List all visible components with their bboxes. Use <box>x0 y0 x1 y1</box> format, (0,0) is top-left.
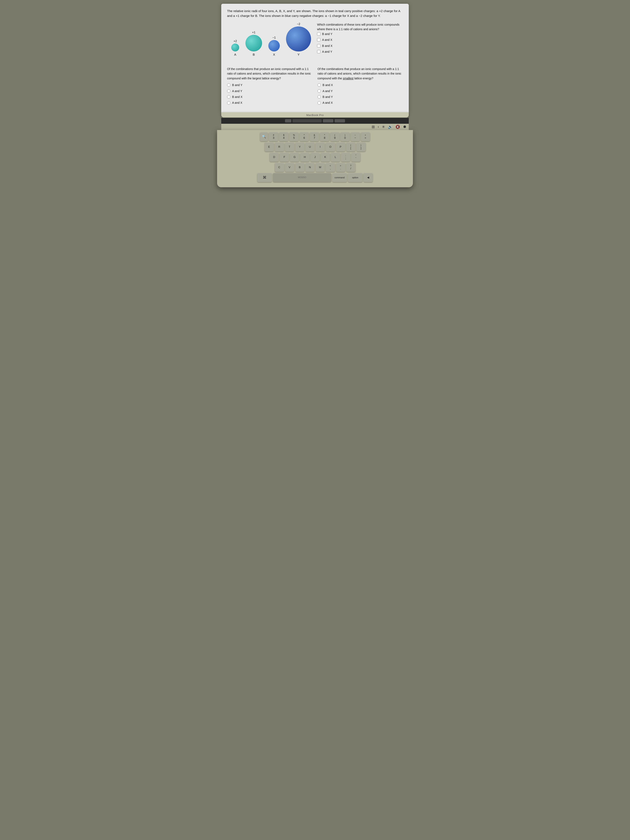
key-E[interactable]: E <box>265 142 274 152</box>
q3-option-2-label: A and Y <box>322 89 333 93</box>
key-equals[interactable]: + = <box>361 132 370 141</box>
key-U[interactable]: U <box>305 142 314 152</box>
q3-radio-2[interactable] <box>317 89 321 93</box>
touch-bar-pill-1 <box>323 119 333 123</box>
key-B[interactable]: B <box>295 163 305 172</box>
key-arrow[interactable]: ◀ <box>363 173 373 182</box>
brightness-icon[interactable]: ✳ <box>382 125 385 129</box>
intro-paragraph: The relative ionic radii of four ions, A… <box>227 9 403 18</box>
screen-icon[interactable]: ⊞ <box>372 125 375 129</box>
q3-radio-3[interactable] <box>317 95 321 98</box>
key-J[interactable]: J <box>310 153 320 162</box>
macbook-label-bar: MacBook Pro <box>221 112 409 117</box>
q1-option-1[interactable]: B and Y <box>317 32 403 36</box>
q1-checkbox-4[interactable] <box>317 50 321 53</box>
q2-radio-2[interactable] <box>227 89 231 93</box>
key-H[interactable]: H <box>300 153 309 162</box>
key-command-symbol[interactable]: ⌘ <box>257 173 272 182</box>
ion-diagram: +2 A +1 B −1 X −2 Y <box>227 22 313 63</box>
q2-option-1[interactable]: B and Y <box>227 83 313 87</box>
key-4[interactable]: $ 4 <box>279 132 288 141</box>
q3-option-3[interactable]: B and Y <box>317 95 403 99</box>
question-2-block: Of the combinations that produce an ioni… <box>227 67 313 106</box>
q1-option-3[interactable]: B and X <box>317 44 403 48</box>
ion-X-charge: −1 <box>273 36 276 39</box>
key-K[interactable]: K <box>321 153 330 162</box>
key-7[interactable]: & 7 <box>310 132 319 141</box>
q1-checkbox-1[interactable] <box>317 32 321 36</box>
ion-X: −1 X <box>268 36 280 56</box>
q3-option-2[interactable]: A and Y <box>317 89 403 93</box>
key-0[interactable]: ) 0 <box>340 132 350 141</box>
q3-option-1-label: B and X <box>322 83 333 87</box>
key-space[interactable]: MOSISO <box>273 173 331 182</box>
key-N[interactable]: N <box>305 163 314 172</box>
key-I[interactable]: I <box>316 142 325 152</box>
ion-B-charge: +1 <box>252 31 256 34</box>
q3-option-1[interactable]: B and X <box>317 83 403 87</box>
key-command[interactable]: command <box>332 173 347 182</box>
key-D[interactable]: D <box>270 153 279 162</box>
key-bracket-close[interactable]: } ] <box>357 142 366 152</box>
q1-checkbox-3[interactable] <box>317 44 321 47</box>
q1-option-2[interactable]: A and X <box>317 38 403 42</box>
question-3-block: Of the combinations that produce an ioni… <box>317 67 403 106</box>
q2-radio-4[interactable] <box>227 101 231 104</box>
touch-bar-pill-2 <box>335 119 345 123</box>
key-3[interactable]: # 3 <box>269 132 278 141</box>
mute-icon[interactable]: 🔇 <box>395 125 400 129</box>
camera-icon[interactable]: ⏺ <box>403 125 407 129</box>
volume-icon[interactable]: 🔊 <box>388 125 393 129</box>
key-8[interactable]: * 8 <box>320 132 329 141</box>
key-C[interactable]: C <box>275 163 284 172</box>
q2-option-2-label: A and Y <box>232 89 242 93</box>
touch-bar-search[interactable] <box>292 119 322 123</box>
q3-radio-1[interactable] <box>317 83 321 87</box>
q2-option-3[interactable]: B and X <box>227 95 313 99</box>
q2-option-1-label: B and Y <box>232 83 243 87</box>
key-option[interactable]: option <box>348 173 363 182</box>
keyboard: 🔍 # 3 $ 4 % 5 ^ 6 & 7 * 8 ( 9 <box>217 130 413 187</box>
key-comma[interactable]: < , <box>326 163 335 172</box>
key-minus[interactable]: − − <box>351 132 360 141</box>
key-slash[interactable]: ? / <box>346 163 355 172</box>
key-bracket-open[interactable]: { [ <box>346 142 355 152</box>
q3-option-4[interactable]: A and X <box>317 100 403 105</box>
q2-option-2[interactable]: A and Y <box>227 89 313 93</box>
ion-B: +1 B <box>245 31 262 56</box>
q2-prompt: Of the combinations that produce an ioni… <box>227 67 313 81</box>
q3-option-4-label: A and X <box>322 100 333 105</box>
macbook-label: MacBook Pro <box>306 114 324 117</box>
key-search[interactable]: 🔍 <box>260 132 268 141</box>
key-F[interactable]: F <box>280 153 289 162</box>
key-G[interactable]: G <box>290 153 299 162</box>
q2-radio-1[interactable] <box>227 83 231 87</box>
key-quote[interactable]: " ' <box>351 153 360 162</box>
back-icon[interactable]: ‹ <box>378 125 379 129</box>
key-period[interactable]: > . <box>336 163 345 172</box>
q1-option-1-label: B and Y <box>322 32 333 36</box>
system-icons-row: ⊞ ‹ ✳ 🔊 🔇 ⏺ <box>221 124 409 130</box>
key-semicolon[interactable]: : ; <box>341 153 350 162</box>
key-6[interactable]: ^ 6 <box>300 132 309 141</box>
key-9[interactable]: ( 9 <box>330 132 339 141</box>
key-M[interactable]: M <box>316 163 325 172</box>
key-5[interactable]: % 5 <box>289 132 298 141</box>
touch-bar-control <box>285 119 291 123</box>
key-R[interactable]: R <box>275 142 284 152</box>
q1-checkbox-2[interactable] <box>317 38 321 41</box>
key-O[interactable]: O <box>326 142 335 152</box>
ion-X-label: X <box>273 53 275 56</box>
key-T[interactable]: T <box>285 142 294 152</box>
ion-Y-label: Y <box>297 53 300 56</box>
ion-B-label: B <box>253 53 255 56</box>
q3-radio-4[interactable] <box>317 101 321 104</box>
ion-B-circle <box>245 35 262 52</box>
key-L[interactable]: L <box>331 153 340 162</box>
key-V[interactable]: V <box>285 163 294 172</box>
q2-option-4[interactable]: A and X <box>227 100 313 105</box>
key-Y[interactable]: Y <box>295 142 305 152</box>
q2-radio-3[interactable] <box>227 95 231 98</box>
q1-option-4[interactable]: A and Y <box>317 49 403 54</box>
key-P[interactable]: P <box>336 142 345 152</box>
